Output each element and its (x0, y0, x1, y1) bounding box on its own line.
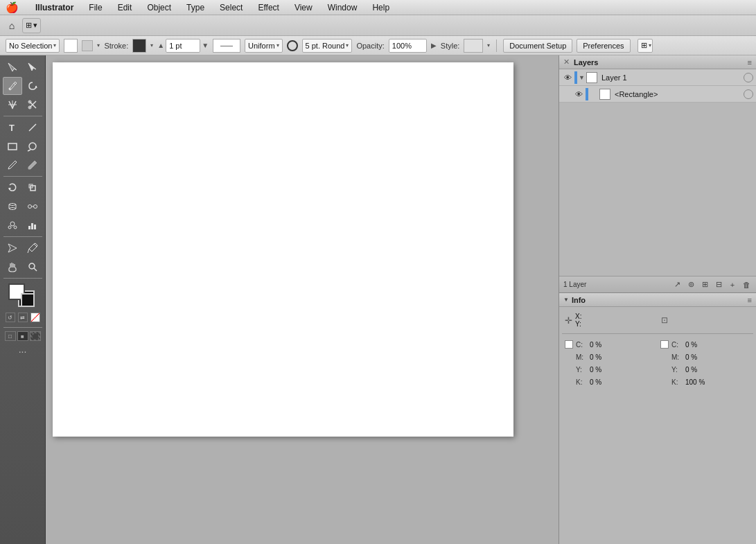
cmyk-left-k-label: K: (576, 378, 587, 386)
stroke-down-arrow[interactable]: ▼ (202, 42, 209, 49)
menu-view[interactable]: View (292, 3, 315, 12)
fill-arrow: ▾ (97, 42, 100, 49)
info-size-icon: ⊡ (661, 315, 668, 325)
more-tools[interactable]: ··· (1, 346, 44, 357)
pen-tool[interactable] (3, 77, 22, 95)
info-panel-menu[interactable]: ≡ (748, 296, 752, 304)
menu-select[interactable]: Select (217, 3, 245, 12)
svg-line-23 (28, 249, 29, 253)
layer2-target[interactable] (744, 89, 753, 99)
type-tool[interactable]: T (3, 119, 22, 137)
add-anchor-tool[interactable] (3, 96, 22, 114)
screen-mode-2[interactable]: ■ (17, 331, 28, 341)
arrange-dropdown[interactable]: ⊞ ▾ (638, 39, 653, 53)
lasso-tool[interactable] (23, 77, 42, 95)
opacity-input[interactable]: 100% (389, 39, 427, 53)
menu-object[interactable]: Object (144, 3, 174, 12)
layers-panel-header[interactable]: ✕ Layers ≡ (559, 55, 756, 69)
stroke-weight-input[interactable]: 1 pt (166, 39, 200, 53)
symbol-tool[interactable] (3, 216, 22, 234)
select-tool[interactable] (3, 58, 22, 76)
cmyk-right-k-row: K: 100 % (660, 376, 750, 388)
rotate-tool[interactable] (3, 179, 22, 197)
home-button[interactable]: ⌂ (4, 18, 19, 33)
style-swatch[interactable] (464, 39, 483, 53)
tool-separator-4 (3, 278, 42, 279)
screen-mode-3[interactable]: ⬛ (30, 331, 41, 341)
stroke-swatch[interactable] (132, 39, 146, 53)
opacity-expand-arrow[interactable]: ▶ (431, 42, 437, 49)
brush-dropdown[interactable]: 5 pt. Round ▾ (302, 39, 353, 53)
info-panel-header[interactable]: ▼ Info ≡ (559, 293, 756, 307)
fill-swatch[interactable] (64, 39, 78, 53)
layer1-visibility[interactable]: 👁 (562, 73, 573, 82)
menu-type[interactable]: Type (184, 3, 207, 12)
menu-edit[interactable]: Edit (115, 3, 135, 12)
options-bar: No Selection ▾ ▾ Stroke: ▾ ▲ 1 pt ▼ —— U… (0, 36, 756, 55)
document-setup-button[interactable]: Document Setup (503, 39, 572, 53)
blend-tool[interactable] (23, 198, 42, 216)
none-icon[interactable]: ○ (30, 313, 40, 322)
slice-eyedrop-row (1, 239, 44, 257)
slice-tool[interactable] (3, 239, 22, 257)
svg-point-18 (8, 226, 11, 229)
paintbrush-tool[interactable] (3, 156, 22, 174)
preferences-button[interactable]: Preferences (577, 39, 630, 53)
collect-for-export-icon[interactable]: ⊞ (699, 279, 710, 290)
delete-layer-icon[interactable]: 🗑 (741, 279, 752, 290)
pen-subtools-row (1, 96, 44, 114)
style-label: Style: (441, 42, 460, 50)
scale-tool[interactable] (23, 179, 42, 197)
stroke-line-type[interactable]: —— (213, 39, 240, 53)
menu-help[interactable]: Help (369, 3, 392, 12)
selection-dropdown[interactable]: No Selection ▾ (6, 39, 60, 53)
rect-tool[interactable] (3, 137, 22, 155)
warp-tool[interactable] (3, 198, 22, 216)
panel-menu-icon[interactable]: ≡ (748, 58, 752, 67)
menu-illustrator[interactable]: Illustrator (33, 3, 76, 12)
fill-none-swatch[interactable] (82, 40, 93, 51)
menu-effect[interactable]: Effect (255, 3, 281, 12)
layer1-expand[interactable]: ▼ (579, 74, 585, 81)
info-coords: ✛ X: Y: ⊡ (562, 310, 753, 331)
layers-panel: ✕ Layers ≡ 👁 ▼ Layer 1 👁 (559, 55, 756, 293)
pencil-tool[interactable] (23, 156, 42, 174)
focused-stroke-box[interactable] (21, 293, 35, 307)
scissors-tool[interactable] (23, 96, 42, 114)
selection-label: No Selection (9, 42, 52, 50)
reset-colors-icon[interactable]: ↺ (6, 313, 15, 322)
layer1-row[interactable]: 👁 ▼ Layer 1 (559, 69, 756, 86)
locate-object-icon[interactable]: ⊚ (685, 279, 696, 290)
cmyk-right-m-value: 0 % (685, 353, 697, 361)
canvas-area[interactable] (46, 55, 559, 544)
new-layer-icon[interactable]: + (727, 279, 738, 290)
workspace-switcher[interactable]: ⊞ ▾ (22, 18, 41, 33)
chart-tool[interactable] (23, 216, 42, 234)
layer1-target[interactable] (744, 73, 753, 82)
eyedropper-tool[interactable] (23, 239, 42, 257)
svg-point-10 (29, 143, 36, 150)
make-clipping-mask-icon[interactable]: ↗ (671, 279, 683, 290)
stroke-type-dropdown[interactable]: Uniform ▾ (245, 39, 283, 53)
apple-menu[interactable]: 🍎 (6, 1, 19, 14)
panel-window-controls: ≡ (748, 58, 752, 67)
zoom-tool[interactable] (23, 258, 42, 276)
cmyk-right-y-value: 0 % (685, 366, 697, 374)
layer1-color-bar (574, 71, 577, 84)
screen-mode-row: □ ■ ⬛ (1, 331, 44, 341)
layers-panel-close[interactable]: ✕ (563, 58, 570, 67)
layer2-row[interactable]: 👁 <Rectangle> (559, 86, 756, 103)
menu-window[interactable]: Window (325, 3, 360, 12)
layer2-visibility[interactable]: 👁 (573, 90, 584, 98)
screen-mode-1[interactable]: □ (5, 331, 16, 341)
tool-separator-1 (3, 116, 42, 116)
line-tool[interactable] (23, 119, 42, 137)
menu-file[interactable]: File (86, 3, 105, 12)
hand-tool[interactable] (3, 258, 22, 276)
direct-select-tool[interactable] (23, 58, 42, 76)
cmyk-left-y-row: Y: 0 % (565, 363, 655, 376)
ellipse-tool[interactable] (23, 137, 42, 155)
new-sublayer-icon[interactable]: ⊟ (713, 279, 724, 290)
swap-colors-icon[interactable]: ⇄ (18, 313, 28, 322)
stroke-up-arrow[interactable]: ▲ (157, 42, 164, 49)
